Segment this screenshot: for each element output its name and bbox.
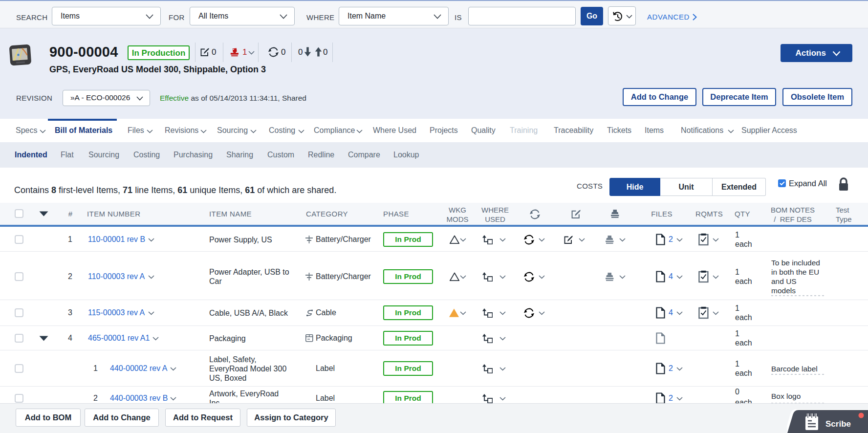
- svg-text:Scribe: Scribe: [825, 419, 851, 429]
